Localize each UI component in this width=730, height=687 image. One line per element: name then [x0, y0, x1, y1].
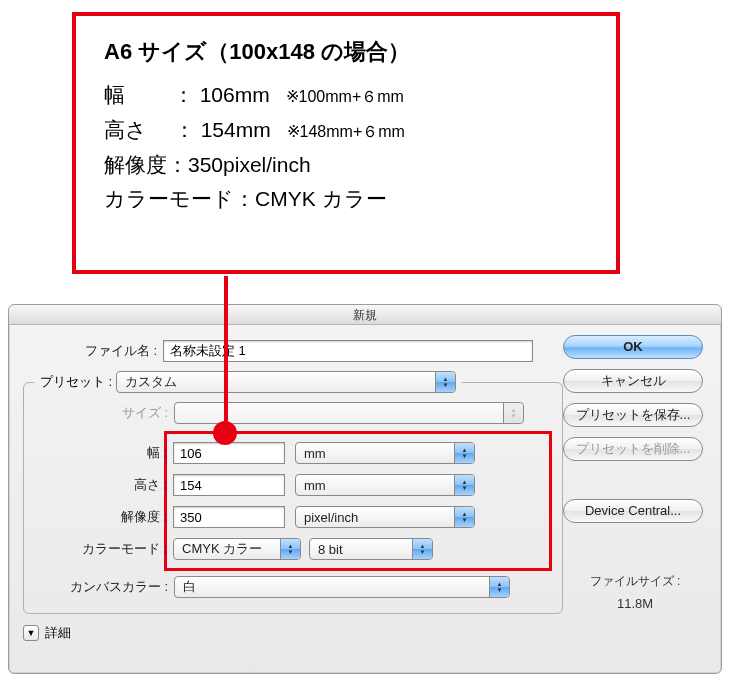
callout-row: 解像度：350pixel/inch: [104, 148, 592, 183]
callout-label: 高さ: [104, 118, 147, 141]
callout-label: 解像度：350pixel/inch: [104, 153, 311, 176]
width-unit-value: mm: [304, 446, 326, 461]
width-input[interactable]: [173, 442, 285, 464]
label-color-mode: カラーモード :: [33, 540, 173, 558]
ok-button[interactable]: OK: [563, 335, 703, 359]
row-filename: ファイル名 :: [23, 335, 563, 367]
dialog-title: 新規: [9, 305, 721, 325]
color-mode-select[interactable]: CMYK カラー: [173, 538, 301, 560]
canvas-color-select[interactable]: 白: [174, 576, 510, 598]
callout-box: A6 サイズ（100x148 の場合） 幅 ： 106mm ※100mm+６mm…: [72, 12, 620, 274]
chevron-updown-icon: [280, 539, 300, 559]
row-resolution: 解像度 : pixel/inch: [33, 501, 543, 533]
resolution-unit-select[interactable]: pixel/inch: [295, 506, 475, 528]
row-size: サイズ :: [34, 397, 552, 429]
callout-title: A6 サイズ（100x148 の場合）: [104, 34, 592, 70]
height-input[interactable]: [173, 474, 285, 496]
chevron-down-icon: ▼: [27, 628, 36, 638]
callout-value: 154mm: [201, 118, 271, 141]
value-filesize: 11.8M: [617, 596, 653, 611]
label-filesize: ファイルサイズ :: [563, 573, 707, 590]
label-width: 幅 :: [33, 444, 173, 462]
label-size: サイズ :: [34, 404, 174, 422]
save-preset-button[interactable]: プリセットを保存...: [563, 403, 703, 427]
bit-depth-value: 8 bit: [318, 542, 343, 557]
row-canvas-color: カンバスカラー : 白: [34, 571, 552, 603]
chevron-updown-icon: [454, 507, 474, 527]
chevron-updown-icon: [503, 403, 523, 423]
bit-depth-select[interactable]: 8 bit: [309, 538, 433, 560]
label-height: 高さ :: [33, 476, 173, 494]
filesize-box: ファイルサイズ : 11.8M: [563, 573, 707, 611]
label-preset: プリセット :: [40, 374, 112, 389]
callout-sep: ：: [174, 118, 195, 141]
height-unit-value: mm: [304, 478, 326, 493]
label-detail: 詳細: [45, 624, 71, 642]
highlighted-settings: 幅 : mm 高さ : mm: [164, 431, 552, 571]
callout-leader-line: [224, 276, 228, 430]
canvas-color-value: 白: [183, 578, 196, 596]
device-central-button[interactable]: Device Central...: [563, 499, 703, 523]
width-unit-select[interactable]: mm: [295, 442, 475, 464]
filename-input[interactable]: [163, 340, 533, 362]
callout-note: ※100mm+６mm: [286, 88, 404, 105]
resolution-unit-value: pixel/inch: [304, 510, 358, 525]
callout-label: カラーモード：CMYK カラー: [104, 187, 387, 210]
callout-sep: ：: [173, 83, 194, 106]
preset-fieldset: プリセット : カスタム サイズ :: [23, 371, 563, 614]
callout-row: カラーモード：CMYK カラー: [104, 182, 592, 217]
callout-value: 106mm: [200, 83, 270, 106]
preset-select[interactable]: カスタム: [116, 371, 456, 393]
delete-preset-button: プリセットを削除...: [563, 437, 703, 461]
cancel-button[interactable]: キャンセル: [563, 369, 703, 393]
row-height: 高さ : mm: [33, 469, 543, 501]
new-document-dialog: 新規 ファイル名 : プリセット : カスタム サイズ :: [8, 304, 722, 674]
chevron-updown-icon: [489, 577, 509, 597]
callout-label: 幅: [104, 83, 125, 106]
chevron-updown-icon: [412, 539, 432, 559]
callout-row: 高さ ： 154mm ※148mm+６mm: [104, 113, 592, 148]
label-filename: ファイル名 :: [23, 342, 163, 360]
color-mode-value: CMYK カラー: [182, 540, 262, 558]
disclosure-toggle[interactable]: ▼: [23, 625, 39, 641]
label-resolution: 解像度 :: [33, 508, 173, 526]
chevron-updown-icon: [454, 443, 474, 463]
callout-row: 幅 ： 106mm ※100mm+６mm: [104, 78, 592, 113]
row-detail: ▼ 詳細: [23, 624, 563, 642]
callout-note: ※148mm+６mm: [287, 123, 405, 140]
chevron-updown-icon: [454, 475, 474, 495]
height-unit-select[interactable]: mm: [295, 474, 475, 496]
row-color-mode: カラーモード : CMYK カラー 8 bit: [33, 533, 543, 565]
chevron-updown-icon: [435, 372, 455, 392]
preset-value: カスタム: [125, 373, 177, 391]
callout-leader-dot: [213, 421, 237, 445]
label-canvas-color: カンバスカラー :: [34, 578, 174, 596]
resolution-input[interactable]: [173, 506, 285, 528]
row-width: 幅 : mm: [33, 437, 543, 469]
